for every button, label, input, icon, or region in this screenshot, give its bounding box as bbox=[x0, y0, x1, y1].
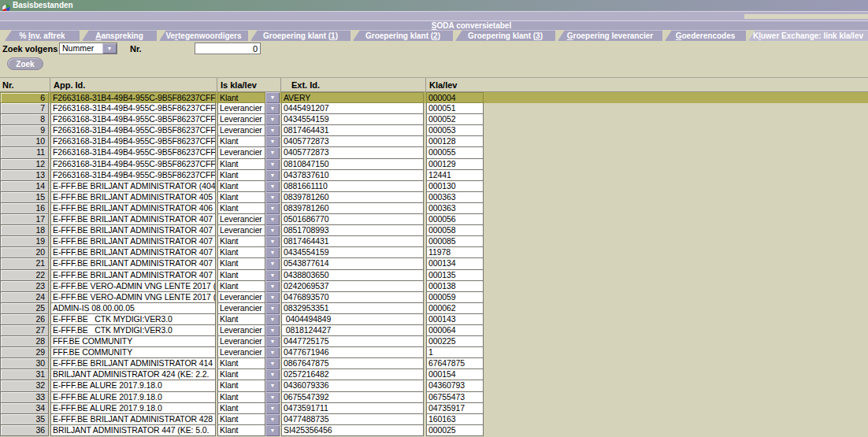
kla-lev-cell[interactable]: 000363 bbox=[426, 203, 484, 214]
row-nr-cell[interactable]: 20 bbox=[0, 247, 49, 258]
chevron-down-icon[interactable]: ▼ bbox=[265, 103, 280, 114]
is-kla-lev-dropdown[interactable]: Leverancier▼ bbox=[217, 125, 280, 136]
kla-lev-cell[interactable]: 000135 bbox=[426, 270, 484, 281]
ext-id-cell[interactable]: 0404494849 bbox=[281, 314, 424, 325]
row-nr-cell[interactable]: 10 bbox=[0, 136, 49, 147]
kla-lev-cell[interactable]: 000052 bbox=[426, 114, 484, 125]
kla-lev-cell[interactable]: 11978 bbox=[426, 247, 484, 258]
app-id-cell[interactable]: E-FFF.BE BRILJANT ADMINISTRATOR 406 bbox=[50, 203, 216, 214]
is-kla-lev-dropdown[interactable]: Klant▼ bbox=[217, 170, 280, 181]
kla-lev-cell[interactable]: 000056 bbox=[426, 214, 484, 225]
chevron-down-icon[interactable]: ▼ bbox=[265, 125, 280, 136]
ext-id-cell[interactable]: 0867647875 bbox=[281, 358, 424, 369]
row-nr-cell[interactable]: 17 bbox=[0, 214, 49, 225]
ext-id-cell[interactable]: 0501686770 bbox=[281, 214, 424, 225]
row-nr-cell[interactable]: 16 bbox=[0, 203, 49, 214]
tab-groepering-leverancier[interactable]: Groepering leverancier bbox=[558, 30, 662, 41]
row-nr-cell[interactable]: 33 bbox=[0, 392, 49, 403]
tab-inv-aftrek[interactable]: % Inv. aftrek bbox=[5, 30, 80, 41]
app-id-cell[interactable]: E-FFF.BE BRILJANT ADMINISTRATOR 405 bbox=[50, 192, 216, 203]
kla-lev-cell[interactable]: 000128 bbox=[426, 136, 484, 147]
is-kla-lev-dropdown[interactable]: Klant▼ bbox=[217, 369, 280, 380]
row-nr-cell[interactable]: 35 bbox=[0, 414, 49, 425]
row-nr-cell[interactable]: 22 bbox=[0, 270, 49, 281]
ext-id-cell[interactable]: 0817464431 bbox=[281, 125, 424, 136]
app-id-cell[interactable]: E-FFF.BE ALURE 2017.9.18.0 bbox=[50, 392, 216, 403]
ext-id-cell[interactable]: 0881661110 bbox=[281, 181, 424, 192]
ext-id-cell[interactable]: SI425356456 bbox=[281, 425, 424, 436]
app-id-cell[interactable]: E-FFF.BE BRILJANT ADMINISTRATOR 428 bbox=[50, 414, 216, 425]
is-kla-lev-dropdown[interactable]: Klant▼ bbox=[217, 403, 280, 414]
is-kla-lev-dropdown[interactable]: Klant▼ bbox=[217, 203, 280, 214]
row-nr-cell[interactable]: 27 bbox=[0, 325, 49, 336]
is-kla-lev-dropdown[interactable]: Klant▼ bbox=[217, 414, 280, 425]
is-kla-lev-dropdown[interactable]: Klant▼ bbox=[217, 159, 280, 170]
kla-lev-cell[interactable]: 000064 bbox=[426, 325, 484, 336]
row-nr-cell[interactable]: 30 bbox=[0, 358, 49, 369]
ext-id-cell[interactable]: 0445491207 bbox=[281, 103, 424, 114]
search-by-dropdown[interactable]: Nummer ▼ bbox=[59, 43, 117, 54]
ext-id-cell[interactable]: 0817464431 bbox=[281, 236, 424, 247]
ext-id-cell[interactable]: 0447725175 bbox=[281, 336, 424, 347]
app-id-cell[interactable]: E-FFF.BE BRILJANT ADMINISTRATOR 407 bbox=[50, 270, 216, 281]
kla-lev-cell[interactable]: 000059 bbox=[426, 292, 484, 303]
kla-lev-cell[interactable]: 000129 bbox=[426, 159, 484, 170]
ext-id-cell[interactable]: AVERY bbox=[281, 92, 424, 103]
kla-lev-cell[interactable]: 67647875 bbox=[426, 358, 484, 369]
is-kla-lev-dropdown[interactable]: Klant▼ bbox=[217, 425, 280, 436]
tab-kluwer-exchange-link-kla-lev[interactable]: Kluwer Exchange: link kla/lev bbox=[748, 30, 868, 41]
row-nr-cell[interactable]: 6 bbox=[0, 92, 49, 103]
app-id-cell[interactable]: E-FFF.BE BRILJANT ADMINISTRATOR 414 bbox=[50, 358, 216, 369]
tab-groepering-klant-3[interactable]: Groepering klant (3) bbox=[455, 30, 555, 41]
app-id-cell[interactable]: ADMIN-IS 08.00.00.05 bbox=[50, 303, 216, 314]
kla-lev-cell[interactable]: 06755473 bbox=[426, 392, 484, 403]
kla-lev-cell[interactable]: 000053 bbox=[426, 125, 484, 136]
is-kla-lev-dropdown[interactable]: Leverancier▼ bbox=[217, 292, 280, 303]
app-id-cell[interactable]: BRILJANT ADMINISTRATOR 424 (KE: 2.2. bbox=[50, 369, 216, 380]
row-nr-cell[interactable]: 13 bbox=[0, 170, 49, 181]
row-nr-cell[interactable]: 23 bbox=[0, 281, 49, 292]
is-kla-lev-dropdown[interactable]: Klant▼ bbox=[217, 270, 280, 281]
zoek-button[interactable]: Zoek bbox=[7, 57, 43, 70]
kla-lev-cell[interactable]: 000138 bbox=[426, 281, 484, 292]
is-kla-lev-dropdown[interactable]: Leverancier▼ bbox=[217, 336, 280, 347]
ext-id-cell[interactable]: 0818124427 bbox=[281, 325, 424, 336]
row-nr-cell[interactable]: 31 bbox=[0, 369, 49, 380]
chevron-down-icon[interactable]: ▼ bbox=[265, 192, 280, 203]
ext-id-cell[interactable]: 0851708993 bbox=[281, 225, 424, 236]
is-kla-lev-dropdown[interactable]: Leverancier▼ bbox=[217, 103, 280, 114]
kla-lev-cell[interactable]: 000062 bbox=[426, 303, 484, 314]
row-nr-cell[interactable]: 26 bbox=[0, 314, 49, 325]
app-id-cell[interactable]: E-FFF.BE ALURE 2017.9.18.0 bbox=[50, 380, 216, 391]
row-nr-cell[interactable]: 34 bbox=[0, 403, 49, 414]
kla-lev-cell[interactable]: 000225 bbox=[426, 336, 484, 347]
ext-id-cell[interactable]: 0436079336 bbox=[281, 380, 424, 391]
chevron-down-icon[interactable]: ▼ bbox=[265, 292, 280, 303]
chevron-down-icon[interactable]: ▼ bbox=[265, 181, 280, 192]
chevron-down-icon[interactable]: ▼ bbox=[265, 114, 280, 125]
app-id-cell[interactable]: F2663168-31B4-49B4-955C-9B5F86237CFF bbox=[50, 159, 216, 170]
chevron-down-icon[interactable]: ▼ bbox=[265, 314, 280, 325]
chevron-down-icon[interactable]: ▼ bbox=[265, 159, 280, 170]
is-kla-lev-dropdown[interactable]: Leverancier▼ bbox=[217, 325, 280, 336]
ext-id-cell[interactable]: 0477488735 bbox=[281, 414, 424, 425]
is-kla-lev-dropdown[interactable]: Klant▼ bbox=[217, 314, 280, 325]
ext-id-cell[interactable]: 0476893570 bbox=[281, 292, 424, 303]
nr-input[interactable] bbox=[195, 43, 261, 54]
kla-lev-cell[interactable]: 04735917 bbox=[426, 403, 484, 414]
app-id-cell[interactable]: E-FFF.BE BRILJANT ADMINISTRATOR 407 bbox=[50, 247, 216, 258]
ext-id-cell[interactable]: 0810847150 bbox=[281, 159, 424, 170]
ext-id-cell[interactable]: 0405772873 bbox=[281, 147, 424, 158]
tab-aanspreking[interactable]: Aanspreking bbox=[82, 30, 157, 41]
chevron-down-icon[interactable]: ▼ bbox=[265, 270, 280, 281]
kla-lev-cell[interactable]: 000085 bbox=[426, 236, 484, 247]
ext-id-cell[interactable]: 0543877614 bbox=[281, 258, 424, 269]
tab-goederencodes[interactable]: Goederencodes bbox=[665, 30, 746, 41]
kla-lev-cell[interactable]: 000143 bbox=[426, 314, 484, 325]
ext-id-cell[interactable]: 0405772873 bbox=[281, 136, 424, 147]
app-id-cell[interactable]: FFF.BE COMMUNITY bbox=[50, 336, 216, 347]
kla-lev-cell[interactable]: 000055 bbox=[426, 147, 484, 158]
chevron-down-icon[interactable]: ▼ bbox=[102, 43, 117, 54]
app-id-cell[interactable]: F2663168-31B4-49B4-955C-9B5F86237CFF bbox=[50, 114, 216, 125]
is-kla-lev-dropdown[interactable]: Klant▼ bbox=[217, 247, 280, 258]
